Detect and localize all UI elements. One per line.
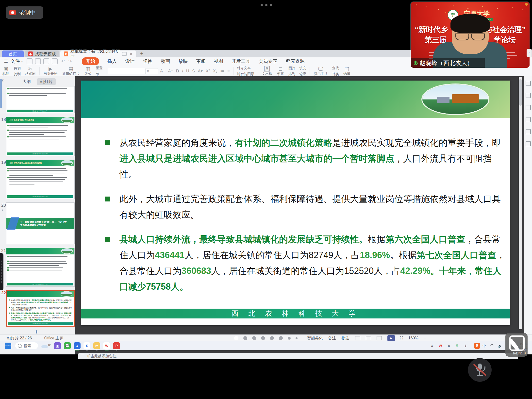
align-text-button[interactable]: 对齐文本 <box>237 66 254 70</box>
notes-bar[interactable]: 单击此处添加备注 <box>78 353 518 359</box>
design-icon[interactable] <box>526 105 531 110</box>
font-grow-button[interactable]: A⁺ <box>160 68 165 74</box>
tray-expand-icon[interactable]: ∧ <box>430 344 434 348</box>
file-menu[interactable]: 文件 <box>10 58 20 65</box>
slide-canvas[interactable]: 从农民经营家庭的角度来说，有计划的二次城镇化策略是进城农民实现完全城镇化的重要手… <box>81 81 510 325</box>
format-painter-button[interactable]: ✄格式刷 <box>23 66 38 76</box>
page-dot-0[interactable] <box>234 336 238 340</box>
start-button[interactable] <box>5 343 11 349</box>
paste-button[interactable]: ▣粘贴 <box>0 66 12 76</box>
page-dot-4[interactable] <box>270 336 274 340</box>
find-button[interactable]: 查找 <box>332 66 339 70</box>
page-dot-5[interactable] <box>279 336 283 340</box>
mic-tray-icon[interactable]: 🎙 <box>455 344 459 348</box>
menu-item-4[interactable]: 动画 <box>161 58 170 65</box>
italic-button[interactable]: I <box>182 69 183 74</box>
animation-icon[interactable] <box>526 93 531 98</box>
underline-button[interactable]: U <box>186 69 189 74</box>
present-tools-button[interactable]: 🖵演示工具 <box>311 66 330 76</box>
font-size-select[interactable]: 0 <box>145 68 158 74</box>
tab-slides[interactable]: 幻灯片 <box>37 78 56 85</box>
volume-icon[interactable]: 🔉 <box>498 344 502 348</box>
pdf-app-icon[interactable]: P <box>113 342 120 349</box>
slide-thumbnail[interactable]: 西北农林科技大学 <box>6 86 75 113</box>
mute-button[interactable] <box>468 358 492 382</box>
file-explorer-icon[interactable]: 🗀 <box>93 342 100 349</box>
slide-thumbnail-19[interactable]: （四）作为大城市人口回流蓄水池而进城西北农林科技大学 <box>6 160 75 199</box>
menu-item-0[interactable]: 开始 <box>82 57 99 65</box>
document-tab-1[interactable]: ◆找稻壳模板 <box>25 50 59 57</box>
select-button[interactable]: ⬚选择 <box>341 66 353 76</box>
ime-mode[interactable]: 中 <box>482 344 486 348</box>
annotation-panel[interactable]: 10:43 2022/12/11 <box>505 333 528 357</box>
font-color-button[interactable]: A▾ <box>198 68 203 74</box>
save-icon[interactable] <box>27 58 33 64</box>
meeting-overflow-dots[interactable] <box>261 4 272 6</box>
subscript-button[interactable]: X₂ <box>213 69 217 74</box>
menu-item-8[interactable]: 开发工具 <box>232 58 250 65</box>
slide-thumbnail-21[interactable]: 西北农林科技大学 <box>6 248 75 287</box>
ime-bar[interactable]: S 中 <box>474 343 486 349</box>
taskbar-search[interactable]: 搜索 <box>15 342 38 349</box>
zoom-level[interactable]: 160% <box>408 336 418 340</box>
export-icon[interactable] <box>35 58 41 64</box>
layout-button[interactable]: ▥版式 <box>82 66 94 76</box>
sogou-browser-icon[interactable]: S <box>83 342 90 349</box>
zoom-out-button[interactable]: − <box>424 336 426 340</box>
page-dot-7[interactable] <box>296 337 298 339</box>
comments-toggle[interactable]: 批注 <box>342 336 349 341</box>
notes-toggle[interactable]: 备注 <box>328 336 336 341</box>
menu-item-9[interactable]: 会员专享 <box>259 58 277 65</box>
wps-tray-icon[interactable]: W <box>438 344 443 348</box>
menu-item-3[interactable]: 切换 <box>143 58 152 65</box>
textbox-button[interactable]: 🄰文本框 <box>259 66 275 76</box>
bold-button[interactable]: B <box>176 69 179 74</box>
page-dot-1[interactable] <box>243 336 247 340</box>
undo-icon[interactable]: ↶ <box>61 59 65 64</box>
menu-item-6[interactable]: 审阅 <box>196 58 205 65</box>
sync-icon[interactable]: ↻ <box>447 344 451 348</box>
smart-graphic-button[interactable]: 转智能图形 <box>237 72 254 76</box>
arrange-button[interactable]: 排列 <box>288 72 295 76</box>
wps-office-icon[interactable]: W <box>103 342 110 349</box>
strikethrough-button[interactable]: S <box>192 69 195 74</box>
menu-item-10[interactable]: 稻壳资源 <box>286 58 304 65</box>
new-slide-button[interactable]: ▤新建幻灯片 <box>60 66 82 76</box>
side-handle[interactable] <box>0 253 3 290</box>
font-shrink-button[interactable]: A⁻ <box>168 68 173 74</box>
font-family-select[interactable] <box>108 68 145 74</box>
video-window-dot[interactable] <box>525 3 528 6</box>
slide-scrollbar-track[interactable] <box>519 77 522 329</box>
gallery-page-dots[interactable] <box>234 336 298 340</box>
slide-thumbnail-18[interactable]: （三）为享受市民化生活而进城西北农林科技大学 <box>6 117 75 156</box>
superscript-button[interactable]: X² <box>206 69 210 74</box>
menu-item-1[interactable]: 插入 <box>107 58 117 65</box>
properties-icon[interactable] <box>526 81 531 86</box>
help-icon[interactable] <box>526 141 531 146</box>
preview-icon[interactable] <box>52 58 58 64</box>
section-button[interactable]: 节 <box>96 72 103 76</box>
video-collapse-arrow[interactable]: ‹ <box>527 49 532 57</box>
menu-item-7[interactable]: 视图 <box>214 58 223 65</box>
play-from-current-button[interactable]: ▶当页开始 <box>41 66 60 76</box>
document-tab-0[interactable]: 首页 <box>2 50 24 57</box>
shape-button[interactable]: ◻形状 <box>275 66 286 76</box>
comment-icon[interactable] <box>526 117 531 122</box>
page-dot-2[interactable] <box>252 336 256 340</box>
document-tab-2[interactable]: P双重经营：县...农民抉择研究✕ <box>60 50 136 57</box>
cut-button[interactable]: 剪切 <box>14 66 21 70</box>
page-dot-6[interactable] <box>288 337 291 340</box>
meeting-app-icon[interactable]: ▣ <box>54 342 61 349</box>
replace-button[interactable]: 替换 <box>332 72 339 76</box>
slide-thumbnail-22[interactable]: 从农民经营家庭的角度来说，有计划的二次城镇化策略是进城农民实现完全城镇化的重要手… <box>6 290 75 327</box>
menu-item-5[interactable]: 放映 <box>178 58 188 65</box>
tencent-meeting-icon[interactable]: ▲ <box>74 342 81 349</box>
bullet-list-button[interactable]: ≔ <box>220 68 224 74</box>
fill-button[interactable]: 填充 <box>299 66 306 70</box>
slide-scrollbar-thumb[interactable] <box>519 79 522 106</box>
picture-button[interactable]: 图片 <box>288 66 295 70</box>
wifi-icon[interactable] <box>490 344 494 348</box>
redo-icon[interactable]: ↷ <box>68 59 72 64</box>
align-buttons[interactable]: ≡ <box>227 69 230 74</box>
reading-view-icon[interactable] <box>377 336 382 340</box>
